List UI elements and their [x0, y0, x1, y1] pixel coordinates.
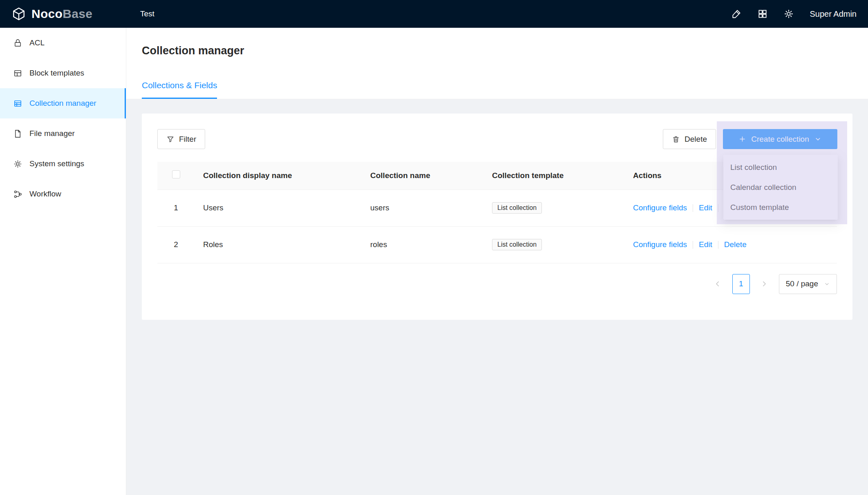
plugins-grid-icon[interactable] — [757, 9, 768, 19]
top-navbar: NocoBase Test Super Admin — [0, 0, 868, 28]
pagination-prev-button[interactable] — [709, 274, 727, 294]
cell-actions: Configure fieldsEditDelete — [624, 226, 837, 263]
sidebar-item-label: File manager — [29, 129, 75, 138]
create-collection-dropdown: List collection Calendar collection Cust… — [723, 155, 838, 220]
action-divider — [718, 241, 718, 249]
sidebar-item-acl[interactable]: ACL — [0, 28, 126, 58]
sidebar-item-block-templates[interactable]: Block templates — [0, 58, 126, 88]
page-title: Collection manager — [142, 44, 852, 57]
action-divider — [693, 204, 693, 212]
filter-funnel-icon — [166, 135, 174, 143]
dropdown-item-list-collection[interactable]: List collection — [723, 157, 838, 177]
nocobase-cube-icon — [11, 7, 26, 21]
sidebar-item-collection-manager[interactable]: Collection manager — [0, 88, 126, 118]
tab-collections-and-fields[interactable]: Collections & Fields — [142, 80, 217, 99]
collection-table-icon — [13, 99, 22, 108]
collections-card: Filter Delete Cre — [142, 114, 852, 320]
chevron-right-icon — [761, 280, 768, 288]
settings-sidebar: ACL Block templates Collection manager — [0, 28, 126, 495]
dropdown-item-calendar-collection[interactable]: Calendar collection — [723, 177, 838, 197]
page-size-select[interactable]: 50 / page — [779, 274, 837, 294]
create-collection-button[interactable]: Create collection — [723, 129, 837, 149]
sidebar-item-label: System settings — [29, 159, 84, 168]
column-header-collection-name: Collection name — [362, 162, 483, 190]
navbar-right-actions: Super Admin — [731, 9, 868, 19]
lock-icon — [13, 38, 22, 48]
cell-display-name: Roles — [195, 226, 362, 263]
cell-display-name: Users — [195, 190, 362, 226]
dropdown-item-custom-template[interactable]: Custom template — [723, 197, 838, 217]
chevron-down-icon — [824, 281, 830, 287]
block-templates-icon — [13, 69, 22, 78]
configure-fields-link[interactable]: Configure fields — [633, 203, 687, 212]
current-user-menu[interactable]: Super Admin — [810, 9, 857, 19]
sidebar-item-label: Workflow — [29, 190, 61, 198]
action-divider — [718, 204, 718, 212]
table-row: 2 Roles roles List collection Configure … — [157, 226, 837, 263]
pagination: 1 50 / page — [157, 274, 837, 294]
chevron-left-icon — [714, 280, 721, 288]
trash-icon — [672, 135, 680, 143]
column-header-collection-template: Collection template — [483, 162, 624, 190]
workflow-icon — [13, 190, 22, 199]
select-all-checkbox[interactable] — [172, 170, 180, 178]
nav-menu-item-test[interactable]: Test — [126, 0, 168, 28]
ui-editor-pen-icon[interactable] — [731, 9, 742, 19]
action-divider — [693, 241, 693, 249]
filter-button[interactable]: Filter — [157, 129, 205, 149]
column-header-display-name: Collection display name — [195, 162, 362, 190]
settings-gear-icon[interactable] — [783, 9, 794, 19]
edit-link[interactable]: Edit — [699, 240, 712, 249]
template-tag: List collection — [492, 239, 542, 250]
brand-name: NocoBase — [31, 7, 92, 21]
delete-button[interactable]: Delete — [663, 129, 716, 149]
configure-fields-link[interactable]: Configure fields — [633, 240, 687, 249]
plus-icon — [738, 135, 746, 143]
sidebar-item-label: Collection manager — [29, 99, 96, 108]
delete-link[interactable]: Delete — [724, 240, 747, 249]
sidebar-item-label: Block templates — [29, 69, 84, 78]
chevron-down-icon — [814, 135, 822, 143]
sidebar-item-label: ACL — [29, 38, 45, 47]
sidebar-item-workflow[interactable]: Workflow — [0, 179, 126, 209]
edit-link[interactable]: Edit — [699, 203, 712, 212]
file-icon — [13, 129, 22, 138]
pagination-next-button[interactable] — [756, 274, 773, 294]
pagination-page-1[interactable]: 1 — [732, 274, 750, 294]
cell-collection-name: roles — [362, 226, 483, 263]
page-header: Collection manager Collections & Fields — [126, 28, 868, 99]
sidebar-item-system-settings[interactable]: System settings — [0, 149, 126, 179]
brand-logo[interactable]: NocoBase — [0, 7, 126, 21]
gear-icon — [13, 159, 22, 169]
row-index: 1 — [157, 190, 195, 226]
template-tag: List collection — [492, 202, 542, 214]
sidebar-item-file-manager[interactable]: File manager — [0, 118, 126, 149]
main-content: Collection manager Collections & Fields … — [126, 28, 868, 495]
row-index: 2 — [157, 226, 195, 263]
cell-collection-name: users — [362, 190, 483, 226]
